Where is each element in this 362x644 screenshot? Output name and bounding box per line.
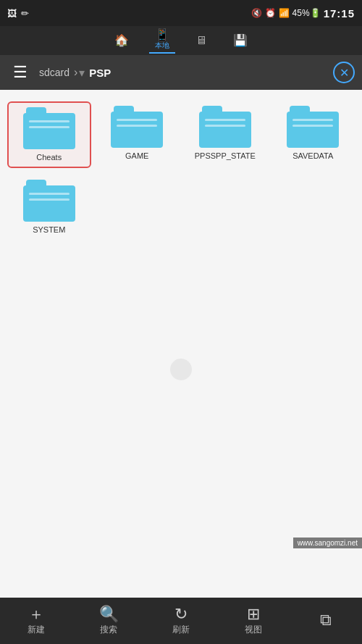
- battery-icon: 45%🔋: [292, 8, 321, 18]
- bottom-nav-search[interactable]: 🔍 搜索: [87, 606, 130, 636]
- folder-lines-cheats: [29, 120, 70, 128]
- folder-line-sy1: [29, 193, 70, 195]
- wifi-icon: 📶: [279, 8, 290, 18]
- folder-line-1: [29, 120, 70, 122]
- bottom-nav-copy[interactable]: ⧉: [304, 612, 348, 630]
- device-icon: 💾: [233, 35, 248, 46]
- folder-icon-savedata: [287, 106, 339, 148]
- status-time: 17:15: [324, 7, 355, 20]
- watermark: www.sangomzi.net: [293, 538, 362, 548]
- phone-icon: 📱: [155, 29, 169, 41]
- folder-back-savedata: [287, 112, 339, 148]
- refresh-icon: ↻: [174, 606, 188, 622]
- folder-back-game: [111, 112, 163, 148]
- folder-line-g2: [117, 125, 157, 127]
- tab-local-active[interactable]: 📱 本地: [149, 28, 175, 54]
- folder-game[interactable]: GAME: [96, 101, 180, 165]
- folder-name-ppsspp: PPSSPP_STATE: [195, 151, 256, 161]
- breadcrumb-sdcard[interactable]: sdcard: [39, 67, 70, 78]
- folder-lines-savedata: [292, 119, 333, 127]
- tab-local-label: 本地: [155, 41, 169, 51]
- folder-icon-ppsspp: [199, 106, 251, 148]
- main-content: Cheats GAME: [0, 90, 362, 598]
- mute-icon: 🔇: [251, 8, 262, 18]
- breadcrumb-path: sdcard › ▾ PSP: [39, 66, 327, 80]
- bottom-nav-view[interactable]: ⊞ 视图: [232, 606, 275, 636]
- pc-icon: 🖥: [195, 35, 207, 46]
- sort-arrow-icon: ▾: [79, 66, 85, 80]
- folder-savedata[interactable]: SAVEDATA: [272, 101, 355, 165]
- folder-name-savedata: SAVEDATA: [292, 151, 333, 161]
- tab-extra[interactable]: 💾: [227, 33, 253, 48]
- folder-line-s2: [292, 125, 333, 127]
- folder-lines-game: [117, 119, 157, 127]
- folder-icon-system: [23, 180, 75, 222]
- folder-back-cheats: [23, 113, 75, 149]
- tab-bar: 🏠 📱 本地 🖥 💾: [0, 26, 362, 55]
- gallery-icon: 🖼: [7, 8, 17, 19]
- folder-cheats[interactable]: Cheats: [7, 101, 91, 168]
- folder-icon-cheats: [23, 107, 75, 149]
- alarm-icon: ⏰: [265, 8, 276, 18]
- folder-line-p1: [205, 119, 245, 121]
- folder-name-system: SYSTEM: [33, 225, 65, 235]
- status-left-icons: 🖼 ✏: [7, 8, 29, 19]
- folder-line-s1: [292, 119, 333, 121]
- folder-line-g1: [117, 119, 157, 121]
- tab-local[interactable]: 🏠: [109, 33, 135, 48]
- scroll-indicator: [170, 359, 192, 380]
- breadcrumb-arrow: ›: [74, 66, 77, 79]
- bottom-nav: ＋ 新建 🔍 搜索 ↻ 刷新 ⊞ 视图 ⧉: [0, 598, 362, 644]
- folder-name-game: GAME: [125, 151, 148, 161]
- folder-system[interactable]: SYSTEM: [7, 175, 91, 239]
- folder-lines-system: [29, 193, 70, 201]
- menu-button[interactable]: ☰: [7, 60, 33, 85]
- bottom-nav-new[interactable]: ＋ 新建: [14, 606, 58, 636]
- bottom-nav-refresh[interactable]: ↻ 刷新: [159, 606, 203, 636]
- search-label: 搜索: [100, 624, 117, 636]
- folder-back-ppsspp: [199, 112, 251, 148]
- refresh-label: 刷新: [172, 624, 190, 636]
- plus-icon: ＋: [28, 606, 44, 622]
- status-bar: 🖼 ✏ 🔇 ⏰ 📶 45%🔋 17:15: [0, 0, 362, 26]
- breadcrumb-current: PSP: [89, 67, 111, 79]
- toolbar: ☰ sdcard › ▾ PSP ✕: [0, 55, 362, 90]
- folder-ppsspp-state[interactable]: PPSSPP_STATE: [183, 101, 267, 165]
- folder-line-p2: [205, 125, 245, 127]
- folder-icon-game: [111, 106, 163, 148]
- copy-icon: ⧉: [320, 612, 332, 628]
- new-label: 新建: [28, 624, 45, 636]
- folder-back-system: [23, 185, 75, 222]
- folder-name-cheats: Cheats: [36, 152, 62, 162]
- home-icon: 🏠: [114, 35, 129, 46]
- folder-grid: Cheats GAME: [7, 101, 355, 240]
- folder-lines-ppsspp: [205, 119, 245, 127]
- view-label: 视图: [245, 624, 262, 636]
- grid-icon: ⊞: [247, 606, 260, 622]
- tab-remote[interactable]: 🖥: [190, 33, 213, 48]
- pencil-icon: ✏: [21, 8, 29, 19]
- search-icon: 🔍: [99, 606, 119, 622]
- close-button[interactable]: ✕: [333, 62, 355, 83]
- status-right-icons: 🔇 ⏰ 📶 45%🔋 17:15: [251, 7, 355, 20]
- folder-line-2: [29, 126, 70, 128]
- folder-line-sy2: [29, 198, 70, 201]
